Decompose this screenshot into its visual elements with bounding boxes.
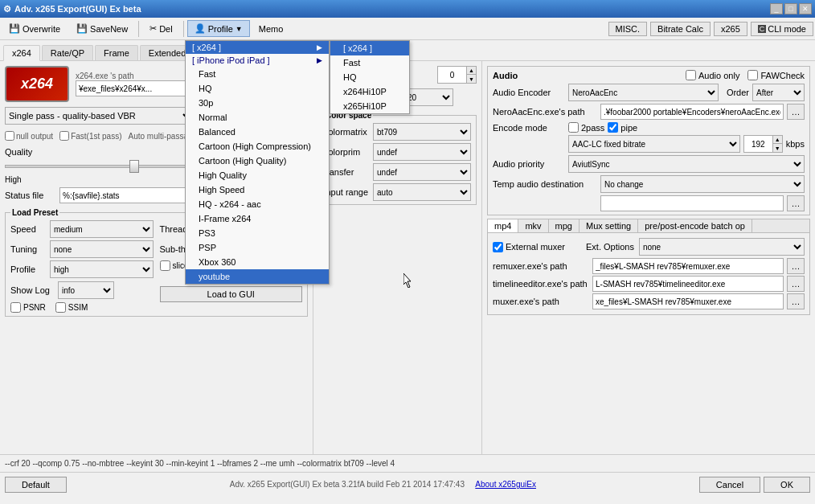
cancel-button[interactable]: Cancel — [699, 477, 760, 493]
mux-tab-mpg[interactable]: mpg — [549, 219, 580, 232]
show-log-select[interactable]: info — [58, 281, 114, 299]
remuxer-browse-btn[interactable]: … — [787, 258, 805, 274]
bitrate-down-btn[interactable]: ▼ — [772, 144, 782, 152]
colorprim-select[interactable]: undef — [373, 143, 471, 161]
dropdown-item-fast[interactable]: Fast — [186, 67, 329, 81]
default-button[interactable]: Default — [5, 477, 67, 493]
tab-x264[interactable]: x264 — [3, 45, 40, 61]
mux-tab-mux-setting[interactable]: Mux setting — [580, 219, 638, 232]
remuxer-path-input[interactable] — [592, 258, 784, 274]
tab-rate-qp[interactable]: Rate/QP — [42, 45, 93, 60]
speed-label: Speed — [10, 224, 47, 234]
timeline-path-input[interactable] — [592, 276, 784, 292]
mux-tab-batch-op[interactable]: pre/post-encode batch op — [638, 219, 752, 232]
x264-menu-item[interactable]: [ x264 ] ▶ — [186, 41, 329, 54]
kbps-label: kbps — [786, 139, 805, 149]
dropdown-item-hq[interactable]: HQ — [186, 81, 329, 96]
about-link[interactable]: About x265guiEx — [475, 480, 536, 489]
bitrate-calc-button[interactable]: Bitrate Calc — [650, 22, 711, 36]
temp-dest-select[interactable]: No change — [600, 175, 805, 193]
dropdown-item-psp[interactable]: PSP — [186, 240, 329, 255]
close-button[interactable]: ✕ — [799, 3, 812, 14]
ext-options-select[interactable]: none — [639, 238, 805, 256]
faw-check-checkbox[interactable] — [747, 70, 758, 80]
maximize-button[interactable]: □ — [784, 3, 797, 14]
dropdown-item-iframe-x264[interactable]: I-Frame x264 — [186, 211, 329, 226]
ssim-checkbox[interactable] — [55, 302, 66, 313]
ext-options-label: Ext. Options — [586, 242, 634, 252]
encode-mode-label: Encode mode — [493, 123, 565, 133]
status-text: --crf 20 --qcomp 0.75 --no-mbtree --keyi… — [5, 459, 395, 468]
vbr-mode-select[interactable]: Single pass - quality-based VBR — [5, 107, 194, 125]
memo-menu[interactable]: Memo — [252, 21, 291, 37]
x265-button[interactable]: x265 — [714, 22, 747, 36]
fast-1st-pass-checkbox[interactable] — [59, 131, 69, 141]
dropdown-item-hq-x264-aac[interactable]: HQ - x264 - aac — [186, 197, 329, 211]
dropdown-item-high-speed[interactable]: High Speed — [186, 182, 329, 197]
ok-button[interactable]: OK — [764, 477, 810, 493]
null-output-checkbox[interactable] — [5, 131, 14, 141]
bitrate-input[interactable] — [744, 136, 772, 152]
dropdown-item-cartoon-high-comp[interactable]: Cartoon (High Compression) — [186, 139, 329, 154]
dropdown-item-xbox360[interactable]: Xbox 360 — [186, 255, 329, 269]
temp-dest-browse-btn[interactable]: … — [787, 195, 805, 211]
input-range-select[interactable]: auto — [373, 183, 471, 201]
color-space-section: Color space colormatrix bt709 colorprim … — [318, 111, 477, 205]
dropdown-item-youtube[interactable]: youtube — [186, 269, 329, 284]
neroaacenc-browse-btn[interactable]: … — [787, 104, 805, 120]
dropdown-item-ps3[interactable]: PS3 — [186, 226, 329, 240]
color-format-select[interactable]: i420 — [397, 88, 453, 106]
twopass-checkbox[interactable] — [568, 122, 579, 133]
pipe-checkbox[interactable] — [608, 122, 618, 133]
quality-high-label: High — [5, 175, 22, 184]
mux-tab-mkv[interactable]: mkv — [518, 219, 548, 232]
dropdown-item-normal[interactable]: Normal — [186, 110, 329, 125]
quality-slider-thumb[interactable] — [129, 160, 139, 173]
save-new-icon: 💾 — [76, 23, 88, 34]
tab-frame[interactable]: Frame — [95, 45, 138, 60]
dropdown-item-balanced[interactable]: Balanced — [186, 125, 329, 139]
build-info-text: Adv. x265 Export(GUI) Ex beta 3.21fA bui… — [230, 480, 465, 489]
slice-down-btn[interactable]: ▼ — [466, 75, 476, 83]
remuxer-path-label: remuxer.exe's path — [493, 261, 589, 271]
audio-priority-select[interactable]: AviutlSync — [568, 155, 805, 173]
muxer-path-input[interactable] — [592, 293, 784, 309]
slice-up-btn[interactable]: ▲ — [466, 67, 476, 75]
profile-select[interactable]: high — [50, 260, 154, 278]
cli-mode-button[interactable]: C CLI mode — [751, 22, 813, 36]
overwrite-menu[interactable]: 💾 Overwrite — [2, 20, 68, 37]
slice-input[interactable] — [438, 67, 466, 83]
load-to-gui-button[interactable]: Load to GUI — [160, 286, 303, 302]
encode-mode-select[interactable]: AAC-LC fixed bitrate — [568, 135, 740, 153]
dropdown-item-high-quality[interactable]: High Quality — [186, 168, 329, 182]
slice-multithread-checkbox[interactable] — [160, 260, 170, 271]
colormatrix-select[interactable]: bt709 — [373, 123, 471, 141]
iphone-menu-item[interactable]: [ iPhone iPod iPad ] ▶ — [186, 54, 329, 67]
audio-encoder-select[interactable]: NeroAacEnc — [568, 84, 719, 101]
profile-icon: 👤 — [195, 23, 206, 34]
minimize-button[interactable]: _ — [770, 3, 783, 14]
bitrate-up-btn[interactable]: ▲ — [772, 136, 782, 144]
status-bar: --crf 20 --qcomp 0.75 --no-mbtree --keyi… — [0, 454, 815, 472]
neroaacenc-path-input[interactable] — [600, 104, 784, 120]
tab-bar: x264 Rate/QP Frame Extended — [0, 40, 815, 61]
timeline-browse-btn[interactable]: … — [787, 276, 805, 292]
external-muxer-checkbox[interactable] — [493, 242, 503, 252]
order-select[interactable]: After — [752, 84, 805, 101]
iphone-item-label: [ iPhone iPod iPad ] — [192, 55, 270, 65]
save-new-menu[interactable]: 💾 SaveNew — [69, 20, 135, 37]
temp-dest-path-input[interactable] — [600, 195, 784, 211]
mux-tab-mp4[interactable]: mp4 — [488, 219, 518, 232]
tuning-select[interactable]: none — [50, 240, 154, 258]
del-menu[interactable]: ✂ Del — [142, 20, 180, 37]
profile-menu[interactable]: 👤 Profile ▼ — [187, 20, 250, 37]
dropdown-item-cartoon-high-qual[interactable]: Cartoon (High Quality) — [186, 154, 329, 168]
transfer-select[interactable]: undef — [373, 163, 471, 181]
psnr-checkbox[interactable] — [10, 302, 21, 313]
dropdown-item-30p[interactable]: 30p — [186, 96, 329, 110]
audio-only-label: Audio only — [686, 70, 739, 80]
speed-select[interactable]: medium — [50, 220, 154, 238]
muxer-browse-btn[interactable]: … — [787, 293, 805, 309]
audio-only-checkbox[interactable] — [686, 70, 696, 80]
misc-button[interactable]: MISC. — [608, 22, 648, 36]
